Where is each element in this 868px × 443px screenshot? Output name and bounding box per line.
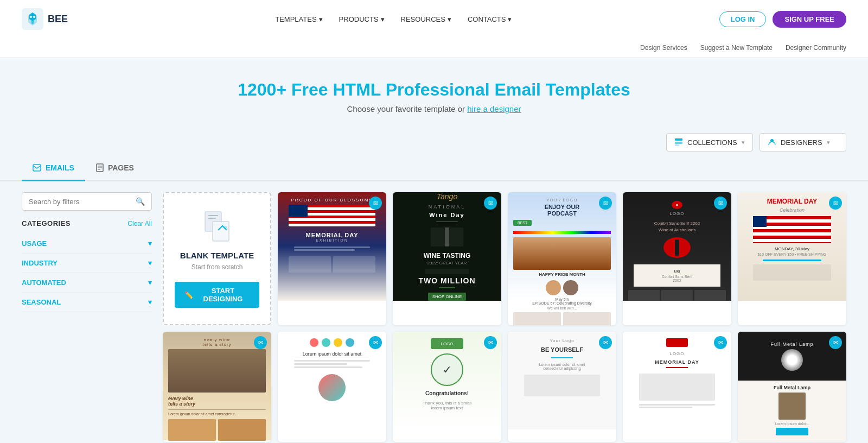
email-badge: ✉ (254, 336, 267, 349)
memorial-flag-preview: PROUD OF OUR BLOSSOMS MEMORIAL DAY EXHIB… (278, 192, 386, 301)
template-card-wine-bottle[interactable]: ✉ ● LOGO Conibri Sans Serif 2002Wine of … (623, 192, 731, 325)
email-badge: ✉ (599, 336, 612, 349)
tab-pages[interactable]: PAGES (85, 156, 145, 181)
template-card-yourself[interactable]: ✉ Your Logo BE YOURSELF Lorem ipsum dolo… (508, 332, 616, 442)
filter-seasonal[interactable]: SEASONAL (22, 293, 152, 312)
sidebar-wine-preview: every winetells a story every winetells … (163, 332, 271, 440)
sidebar: 🔍 CATEGORIES Clear All USAGE INDUSTRY AU… (22, 192, 152, 442)
header-top: BEE TEMPLATES PRODUCTS RESOURCES CONTACT… (22, 0, 846, 38)
categories-title: CATEGORIES (22, 219, 71, 227)
tabs-row: EMAILS PAGES (0, 156, 868, 181)
svg-rect-15 (213, 221, 229, 241)
nav-templates[interactable]: TEMPLATES (275, 15, 322, 23)
suggest-template-link[interactable]: Suggest a New Template (700, 44, 773, 52)
svg-rect-4 (675, 142, 682, 144)
automated-chevron-icon (148, 279, 152, 287)
email-tab-icon (33, 164, 41, 172)
login-button[interactable]: LOG IN (719, 11, 767, 27)
collections-chevron-icon (742, 139, 745, 146)
usage-chevron-icon (148, 239, 152, 248)
blank-template-subtitle: Start from scratch (192, 263, 243, 271)
email-badge: ✉ (829, 197, 842, 210)
collections-dropdown[interactable]: COLLECTIONS (666, 133, 753, 151)
design-services-link[interactable]: Design Services (640, 44, 687, 52)
memorial2-preview: MEMORIAL DAY Celebration MONDAY, 30 May … (738, 192, 846, 301)
template-card-logo-red[interactable]: ✉ LOGO MEMORIAL DAY (623, 332, 731, 442)
blank-template-icon (201, 210, 233, 242)
svg-rect-13 (208, 215, 218, 216)
toolbar: COLLECTIONS DESIGNERS (0, 124, 868, 156)
svg-point-16 (224, 226, 227, 229)
wine-dark-preview: Tango NATIONAL Wine Day WINE TASTING 202… (393, 192, 501, 301)
nav-resources[interactable]: RESOURCES (401, 15, 451, 23)
main-layout: 🔍 CATEGORIES Clear All USAGE INDUSTRY AU… (0, 181, 868, 443)
filter-usage[interactable]: USAGE (22, 234, 152, 254)
search-input[interactable] (29, 198, 136, 206)
hero-section: 1200+ Free HTML Professional Email Templ… (0, 58, 868, 124)
nav-products[interactable]: PRODUCTS (339, 15, 385, 23)
nav-resources-chevron (448, 15, 451, 23)
hire-designer-link[interactable]: hire a designer (467, 104, 521, 113)
filter-industry[interactable]: INDUSTRY (22, 254, 152, 273)
signup-button[interactable]: SIGN UP FREE (773, 11, 846, 28)
email-badge: ✉ (369, 336, 382, 349)
designer-community-link[interactable]: Designer Community (786, 44, 846, 52)
template-card-wine-tasting[interactable]: ✉ Tango NATIONAL Wine Day WINE TASTING 2… (393, 192, 501, 325)
blank-template-title: BLANK TEMPLATE (180, 251, 254, 260)
svg-point-2 (33, 16, 35, 18)
template-card-podcast[interactable]: ✉ YOUR LOGO ENJOY OURPODCAST BEST HAPPY … (508, 192, 616, 325)
hero-subtitle: Choose your favorite template or hire a … (11, 104, 857, 113)
svg-rect-14 (208, 218, 216, 219)
template-card-memorial2[interactable]: ✉ MEMORIAL DAY Celebration MONDAY, 30 Ma… (738, 192, 846, 325)
svg-point-1 (30, 16, 32, 18)
nav-templates-chevron (319, 15, 323, 23)
designers-chevron-icon (827, 139, 830, 146)
nav-contacts-chevron (508, 15, 512, 23)
industry-chevron-icon (148, 259, 152, 267)
start-designing-button[interactable]: ✏️ START DESIGNING (175, 282, 259, 308)
pages-tab-icon (96, 163, 104, 172)
search-box: 🔍 (22, 192, 152, 211)
designers-dropdown[interactable]: DESIGNERS (760, 133, 846, 151)
search-icon: 🔍 (136, 197, 145, 206)
nav-actions: LOG IN SIGN UP FREE (719, 11, 846, 28)
template-card-thankyou[interactable]: ✉ LOGO ✓ Congratulations! Thank you, thi… (393, 332, 501, 442)
main-nav: TEMPLATES PRODUCTS RESOURCES CONTACTS (275, 15, 512, 23)
nav-contacts[interactable]: CONTACTS (468, 15, 512, 23)
designers-icon (768, 138, 776, 147)
clear-all-button[interactable]: Clear All (127, 220, 152, 227)
email-badge: ✉ (714, 197, 727, 210)
email-badge: ✉ (714, 336, 727, 349)
svg-rect-5 (675, 144, 679, 146)
hero-title: 1200+ Free HTML Professional Email Templ… (11, 80, 857, 100)
logo[interactable]: BEE (22, 8, 68, 30)
template-card-colorful[interactable]: ✉ Lorem ipsum dolor sit amet (278, 332, 386, 442)
seasonal-chevron-icon (148, 298, 152, 306)
svg-rect-7 (33, 164, 41, 171)
template-card-memorial-flag[interactable]: ✉ PROUD OF OUR BLOSSOMS MEMORIAL DAY EXH… (278, 192, 386, 325)
email-badge: ✉ (599, 197, 612, 210)
bee-logo-icon (22, 8, 43, 30)
logo-text: BEE (48, 14, 68, 25)
template-card-fullmetal[interactable]: ✉ Full Metal Lamp Full Metal Lamp Lorem … (738, 332, 846, 442)
tab-emails[interactable]: EMAILS (22, 156, 85, 181)
nav-products-chevron (381, 15, 385, 23)
svg-rect-3 (675, 138, 682, 141)
email-badge: ✉ (829, 336, 842, 349)
email-badge: ✉ (484, 197, 497, 210)
header: BEE TEMPLATES PRODUCTS RESOURCES CONTACT… (0, 0, 868, 58)
email-badge: ✉ (484, 336, 497, 349)
template-grid-row2: ✉ every winetells a story every winetell… (163, 332, 846, 442)
wine-bottle-preview: ● LOGO Conibri Sans Serif 2002Wine of Au… (623, 192, 731, 301)
filter-automated[interactable]: AUTOMATED (22, 273, 152, 293)
template-card-sidebar-wine[interactable]: ✉ every winetells a story every winetell… (163, 332, 271, 442)
template-grid: BLANK TEMPLATE Start from scratch ✏️ STA… (163, 192, 846, 325)
podcast-preview: YOUR LOGO ENJOY OURPODCAST BEST HAPPY PR… (508, 192, 616, 301)
email-badge: ✉ (369, 197, 382, 210)
header-sub: Design Services Suggest a New Template D… (22, 38, 846, 58)
fullmetal-bottom: Full Metal Lamp Lorem ipsum dolor... (738, 381, 846, 442)
collections-icon (674, 138, 683, 147)
categories-header: CATEGORIES Clear All (22, 219, 152, 227)
blank-template-card[interactable]: BLANK TEMPLATE Start from scratch ✏️ STA… (163, 192, 271, 325)
content-area: BLANK TEMPLATE Start from scratch ✏️ STA… (163, 192, 846, 442)
